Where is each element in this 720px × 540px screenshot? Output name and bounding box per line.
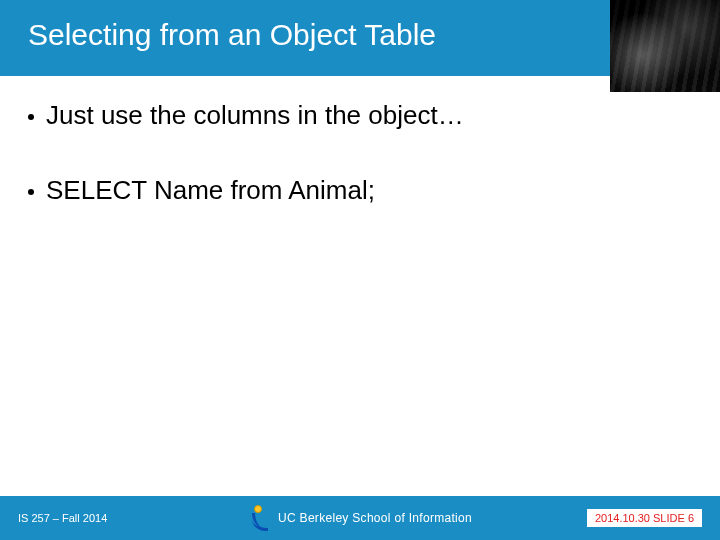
- decorative-photo: [610, 0, 720, 92]
- footer-bar: IS 257 – Fall 2014 UC Berkeley School of…: [0, 496, 720, 540]
- footer-date-slide: 2014.10.30 SLIDE 6: [587, 509, 702, 527]
- footer-course: IS 257 – Fall 2014: [18, 512, 107, 524]
- content-area: Just use the columns in the object… SELE…: [28, 100, 692, 250]
- bullet-dot-icon: [28, 114, 34, 120]
- ischool-logo-icon: [248, 505, 270, 531]
- bullet-item: SELECT Name from Animal;: [28, 175, 692, 206]
- bullet-text: SELECT Name from Animal;: [46, 175, 375, 206]
- bullet-dot-icon: [28, 189, 34, 195]
- slide-title: Selecting from an Object Table: [28, 18, 436, 52]
- footer-brand-text: UC Berkeley School of Information: [278, 511, 472, 525]
- bullet-item: Just use the columns in the object…: [28, 100, 692, 131]
- bullet-text: Just use the columns in the object…: [46, 100, 464, 131]
- footer-brand-block: UC Berkeley School of Information: [248, 505, 472, 531]
